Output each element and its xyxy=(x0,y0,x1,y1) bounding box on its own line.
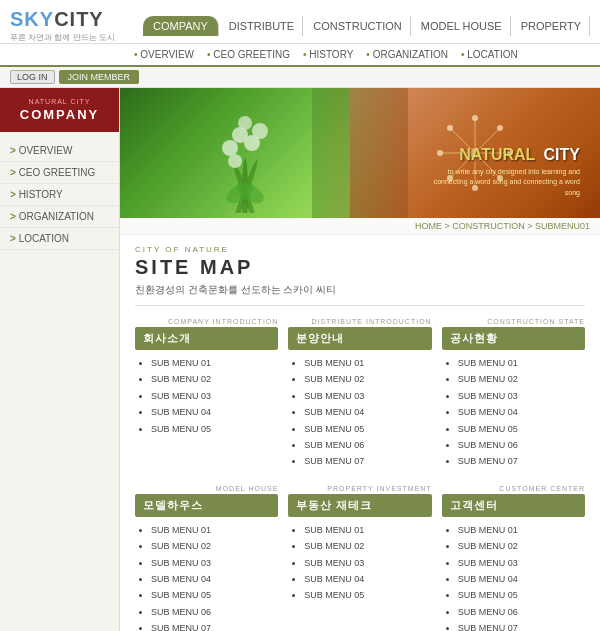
section-row-1: COMPANY INTRODUCTION회사소개SUB MENU 01SUB M… xyxy=(135,318,585,470)
sidebar: NATURAL CITY COMPANY > OVERVIEW> CEO GRE… xyxy=(0,88,120,631)
list-item[interactable]: SUB MENU 01 xyxy=(458,355,585,371)
sub-nav-item-organization[interactable]: • ORGANIZATION xyxy=(362,47,452,62)
section-row-2: MODEL HOUSE모델하우스SUB MENU 01SUB MENU 02SU… xyxy=(135,485,585,631)
list-item[interactable]: SUB MENU 05 xyxy=(458,421,585,437)
section-row-2-col-2: CUSTOMER CENTER고객센터SUB MENU 01SUB MENU 0… xyxy=(442,485,585,631)
list-item[interactable]: SUB MENU 06 xyxy=(458,437,585,453)
sub-nav: • OVERVIEW• CEO GREETING• HISTORY• ORGAN… xyxy=(0,44,600,67)
list-item[interactable]: SUB MENU 06 xyxy=(458,604,585,620)
logo-tagline: 푸른 자연과 함께 만드는 도시 xyxy=(10,32,115,43)
sidebar-item-history[interactable]: > HISTORY xyxy=(0,184,119,206)
list-item[interactable]: SUB MENU 05 xyxy=(304,587,431,603)
page-content: CITY OF NATURE SITE MAP 친환경성의 건축문화를 선도하는… xyxy=(120,235,600,631)
top-nav-item-distribute[interactable]: DISTRIBUTE xyxy=(221,16,303,36)
section-box-label: 부동산 재테크 xyxy=(288,494,431,517)
list-item[interactable]: SUB MENU 07 xyxy=(458,453,585,469)
section-box-label: 공사현황 xyxy=(442,327,585,350)
list-item[interactable]: SUB MENU 02 xyxy=(151,371,278,387)
section-row-2-col-0: MODEL HOUSE모델하우스SUB MENU 01SUB MENU 02SU… xyxy=(135,485,278,631)
section-list: SUB MENU 01SUB MENU 02SUB MENU 03SUB MEN… xyxy=(288,355,431,470)
sidebar-item-overview[interactable]: > OVERVIEW xyxy=(0,140,119,162)
list-item[interactable]: SUB MENU 01 xyxy=(304,355,431,371)
list-item[interactable]: SUB MENU 03 xyxy=(151,555,278,571)
banner: NATURAL CITY to write any city designed … xyxy=(120,88,600,218)
content-area: NATURAL CITY to write any city designed … xyxy=(120,88,600,631)
svg-point-20 xyxy=(472,115,478,121)
header: SKYCITY 푸른 자연과 함께 만드는 도시 COMPANYDISTRIBU… xyxy=(0,0,600,44)
list-item[interactable]: SUB MENU 07 xyxy=(151,620,278,631)
section-box-label: 고객센터 xyxy=(442,494,585,517)
list-item[interactable]: SUB MENU 07 xyxy=(458,620,585,631)
list-item[interactable]: SUB MENU 05 xyxy=(458,587,585,603)
list-item[interactable]: SUB MENU 01 xyxy=(458,522,585,538)
top-nav-item-company[interactable]: COMPANY xyxy=(143,16,219,36)
section-row-2-col-1: PROPERTY INVESTMENT부동산 재테크SUB MENU 01SUB… xyxy=(288,485,431,631)
list-item[interactable]: SUB MENU 02 xyxy=(304,371,431,387)
top-nav-item-construction[interactable]: CONSTRUCTION xyxy=(305,16,411,36)
sidebar-menu: > OVERVIEW> CEO GREETING> HISTORY> ORGAN… xyxy=(0,132,119,258)
section-row-1-col-0: COMPANY INTRODUCTION회사소개SUB MENU 01SUB M… xyxy=(135,318,278,470)
top-nav: COMPANYDISTRIBUTECONSTRUCTIONMODEL HOUSE… xyxy=(143,16,590,36)
list-item[interactable]: SUB MENU 02 xyxy=(304,538,431,554)
svg-point-24 xyxy=(447,125,453,131)
list-item[interactable]: SUB MENU 01 xyxy=(151,355,278,371)
section-box-label: 분양안내 xyxy=(288,327,431,350)
banner-city: CITY xyxy=(544,146,580,163)
banner-natural: NATURAL xyxy=(459,146,535,163)
top-nav-item-model-house[interactable]: MODEL HOUSE xyxy=(413,16,511,36)
auth-bar: LOG IN JOIN MEMBER xyxy=(0,67,600,88)
sub-nav-item-location[interactable]: • LOCATION xyxy=(457,47,522,62)
list-item[interactable]: SUB MENU 04 xyxy=(304,571,431,587)
section-box-label: 회사소개 xyxy=(135,327,278,350)
logo-sky: SKY xyxy=(10,8,54,30)
section-list: SUB MENU 01SUB MENU 02SUB MENU 03SUB MEN… xyxy=(135,522,278,631)
page-title: SITE MAP xyxy=(135,256,585,279)
sidebar-item-location[interactable]: > LOCATION xyxy=(0,228,119,250)
section-header-label: MODEL HOUSE xyxy=(135,485,278,492)
sidebar-header: NATURAL CITY COMPANY xyxy=(0,88,119,132)
list-item[interactable]: SUB MENU 04 xyxy=(151,404,278,420)
sub-nav-item-history[interactable]: • HISTORY xyxy=(299,47,357,62)
section-row-1-col-1: DISTRIBUTE INTRODUCTION분양안내SUB MENU 01SU… xyxy=(288,318,431,470)
logo: SKYCITY 푸른 자연과 함께 만드는 도시 xyxy=(10,8,115,43)
list-item[interactable]: SUB MENU 02 xyxy=(458,538,585,554)
svg-point-5 xyxy=(222,140,238,156)
list-item[interactable]: SUB MENU 05 xyxy=(304,421,431,437)
list-item[interactable]: SUB MENU 01 xyxy=(304,522,431,538)
sidebar-item-ceo-greeting[interactable]: > CEO GREETING xyxy=(0,162,119,184)
join-button[interactable]: JOIN MEMBER xyxy=(59,70,140,84)
svg-point-8 xyxy=(252,123,268,139)
svg-point-26 xyxy=(497,125,503,131)
list-item[interactable]: SUB MENU 06 xyxy=(151,604,278,620)
sidebar-item-organization[interactable]: > ORGANIZATION xyxy=(0,206,119,228)
section-header-label: DISTRIBUTE INTRODUCTION xyxy=(288,318,431,325)
top-nav-item-property[interactable]: PROPERTY xyxy=(513,16,590,36)
sub-nav-item-overview[interactable]: • OVERVIEW xyxy=(130,47,198,62)
breadcrumb: HOME > CONSTRUCTION > SUBMENU01 xyxy=(120,218,600,235)
section-list: SUB MENU 01SUB MENU 02SUB MENU 03SUB MEN… xyxy=(288,522,431,604)
list-item[interactable]: SUB MENU 01 xyxy=(151,522,278,538)
sub-nav-item-ceo-greeting[interactable]: • CEO GREETING xyxy=(203,47,294,62)
list-item[interactable]: SUB MENU 03 xyxy=(458,555,585,571)
breadcrumb-path: HOME > CONSTRUCTION > SUBMENU01 xyxy=(415,221,590,231)
list-item[interactable]: SUB MENU 04 xyxy=(458,571,585,587)
list-item[interactable]: SUB MENU 03 xyxy=(151,388,278,404)
list-item[interactable]: SUB MENU 03 xyxy=(304,555,431,571)
list-item[interactable]: SUB MENU 02 xyxy=(151,538,278,554)
list-item[interactable]: SUB MENU 04 xyxy=(304,404,431,420)
list-item[interactable]: SUB MENU 03 xyxy=(458,388,585,404)
list-item[interactable]: SUB MENU 04 xyxy=(458,404,585,420)
section-header-label: CONSTRUCTION STATE xyxy=(442,318,585,325)
list-item[interactable]: SUB MENU 07 xyxy=(304,453,431,469)
list-item[interactable]: SUB MENU 06 xyxy=(304,437,431,453)
list-item[interactable]: SUB MENU 05 xyxy=(151,587,278,603)
section-list: SUB MENU 01SUB MENU 02SUB MENU 03SUB MEN… xyxy=(442,355,585,470)
section-header-label: COMPANY INTRODUCTION xyxy=(135,318,278,325)
sidebar-header-label: NATURAL CITY xyxy=(10,98,109,105)
list-item[interactable]: SUB MENU 02 xyxy=(458,371,585,387)
list-item[interactable]: SUB MENU 05 xyxy=(151,421,278,437)
list-item[interactable]: SUB MENU 04 xyxy=(151,571,278,587)
login-button[interactable]: LOG IN xyxy=(10,70,55,84)
main-layout: NATURAL CITY COMPANY > OVERVIEW> CEO GRE… xyxy=(0,88,600,631)
list-item[interactable]: SUB MENU 03 xyxy=(304,388,431,404)
